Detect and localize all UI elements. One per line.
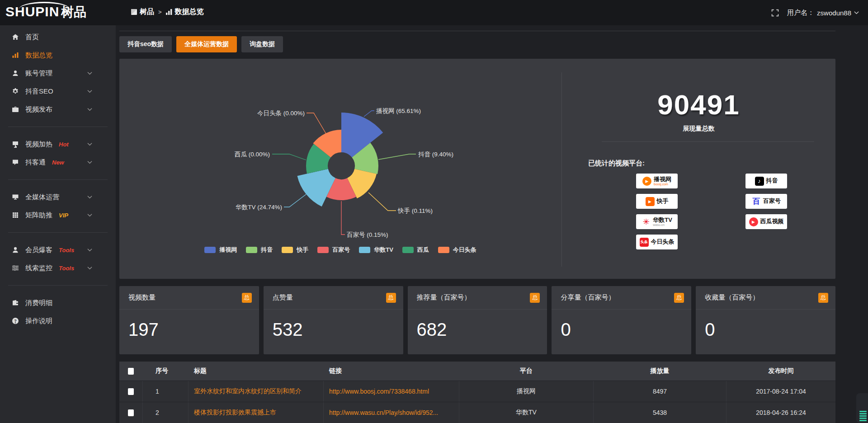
- table-row: 1室外水纹灯和室内水纹灯的区别和简介http://www.boosj.com/7…: [119, 381, 835, 402]
- legend-item-抖音[interactable]: 抖音: [246, 246, 273, 254]
- platform-subtext: boosj.com: [654, 183, 671, 186]
- data-tabs: 抖音seo数据全媒体运营数据询盘数据: [119, 36, 283, 52]
- tab-2[interactable]: 询盘数据: [241, 36, 283, 52]
- table-header-row: 序号标题链接平台播放量发布时间: [119, 362, 835, 381]
- svg-text:?: ?: [14, 319, 17, 323]
- platform-badge-wasu[interactable]: ✳华数TVwasu.cn: [636, 214, 678, 229]
- cell-title[interactable]: 室外水纹灯和室内水纹灯的区别和简介: [194, 387, 302, 395]
- legend-item-华数TV[interactable]: 华数TV: [359, 246, 393, 254]
- chevron-down-icon: [854, 11, 859, 14]
- sidebar-item-publish[interactable]: 视频发布: [0, 100, 116, 118]
- cell-link[interactable]: http://www.boosj.com/7338468.html: [329, 388, 429, 395]
- select-all-checkbox[interactable]: [128, 368, 134, 375]
- pie-leader-line: [341, 201, 345, 235]
- sidebar-item-sliders[interactable]: 线索监控Tools: [0, 259, 116, 277]
- tab-0[interactable]: 抖音seo数据: [119, 36, 172, 52]
- sidebar-divider: [8, 285, 108, 286]
- legend-label: 抖音: [261, 246, 273, 254]
- legend-item-西瓜[interactable]: 西瓜: [402, 246, 429, 254]
- breadcrumb-item-current[interactable]: 数据总览: [166, 7, 204, 17]
- member-icon: [12, 246, 19, 254]
- pie-leader-line: [378, 154, 416, 160]
- sidebar-item-label: 抖客通: [25, 158, 46, 167]
- stat-card-value: 0: [552, 310, 691, 340]
- legend-label: 百家号: [332, 246, 350, 254]
- platform-badge-toutiao[interactable]: 头条今日头条: [636, 235, 678, 249]
- screen-icon: [12, 141, 19, 148]
- breadcrumb: 树品 > 数据总览: [131, 7, 204, 17]
- total-badge[interactable]: 总: [674, 293, 684, 303]
- platform-badge-boosj[interactable]: ▶播视网boosj.com: [636, 174, 678, 188]
- stat-card-value: 197: [119, 310, 259, 340]
- fullscreen-icon[interactable]: [771, 9, 779, 17]
- total-badge[interactable]: 总: [818, 293, 828, 303]
- summary-region: 90491 展现量总数 已统计的视频平台: ▶播视网boosj.com♪抖音▶快…: [562, 59, 835, 279]
- total-badge[interactable]: 总: [386, 293, 396, 303]
- tab-1[interactable]: 全媒体运营数据: [176, 36, 237, 52]
- platform-name: 百家号: [763, 198, 781, 204]
- app-logo: SHUPIN树品: [5, 4, 109, 23]
- legend-swatch: [402, 247, 414, 253]
- stat-card-2: 推荐量（百家号）总682: [408, 286, 547, 354]
- sidebar-item-label: 消费明细: [25, 299, 52, 307]
- total-badge[interactable]: 总: [242, 293, 252, 303]
- pie-slice-华数TV[interactable]: [297, 169, 335, 207]
- pie-label-快手: 快手 (0.11%): [397, 207, 433, 214]
- chevron-down-icon: [87, 266, 92, 270]
- cell-time: 2018-04-26 16:24: [756, 409, 806, 416]
- legend-label: 播视网: [219, 246, 237, 254]
- chat-icon: [12, 159, 19, 166]
- breadcrumb-label: 树品: [140, 7, 154, 17]
- stat-card-label: 点赞量: [273, 293, 293, 302]
- sidebar-item-member[interactable]: 会员爆客Tools: [0, 241, 116, 259]
- pie-leader-line: [364, 111, 374, 117]
- total-impressions-label: 展现量总数: [562, 125, 835, 133]
- total-badge[interactable]: 总: [530, 293, 540, 303]
- sidebar-item-wallet[interactable]: 消费明细: [0, 294, 116, 312]
- sidebar-item-home[interactable]: 首页: [0, 28, 116, 46]
- legend-swatch: [438, 247, 449, 253]
- sliders-icon: [12, 264, 19, 272]
- user-menu[interactable]: 用户名：zswodun88: [787, 9, 859, 17]
- legend-swatch: [204, 247, 216, 253]
- platform-name: 播视网boosj.com: [654, 176, 671, 186]
- legend-item-快手[interactable]: 快手: [282, 246, 308, 254]
- support-widget[interactable]: [856, 393, 868, 423]
- legend-swatch: [317, 247, 329, 253]
- sidebar-item-user[interactable]: 账号管理: [0, 64, 116, 82]
- sidebar-item-label: 账号管理: [25, 69, 52, 78]
- sidebar-item-chart[interactable]: 数据总览: [0, 46, 116, 64]
- legend-item-百家号[interactable]: 百家号: [317, 246, 350, 254]
- chevron-down-icon: [87, 248, 92, 252]
- sidebar-item-help[interactable]: ?操作说明: [0, 312, 116, 330]
- cell-views: 5438: [653, 409, 667, 416]
- cell-title[interactable]: 楼体投影灯投影效果震撼上市: [194, 409, 276, 417]
- cell-time: 2017-08-24 17:04: [756, 388, 806, 395]
- table-row: 2楼体投影灯投影效果震撼上市http://www.wasu.cn/Play/sh…: [119, 402, 835, 423]
- platform-badge-kuaishou[interactable]: ▶快手: [636, 194, 678, 209]
- legend-label: 快手: [297, 246, 308, 254]
- platform-badge-baijiahao[interactable]: 百百家号: [745, 194, 787, 209]
- platform-badge-xigua[interactable]: ▶西瓜视频: [745, 214, 787, 229]
- row-checkbox[interactable]: [128, 388, 134, 395]
- platform-badge-douyin[interactable]: ♪抖音: [745, 174, 787, 188]
- chevron-down-icon: [87, 213, 92, 217]
- legend-swatch: [246, 247, 257, 253]
- sidebar-item-label: 抖音SEO: [25, 87, 53, 96]
- top-header: SHUPIN树品 树品 > 数据总览 用户名：zswodun88: [0, 0, 868, 25]
- sidebar-item-monitor[interactable]: 全媒体运营: [0, 188, 116, 206]
- sidebar-item-grid[interactable]: 矩阵助推VIP: [0, 206, 116, 224]
- sidebar-item-label: 视频加热: [25, 140, 52, 149]
- sidebar-item-chat[interactable]: 抖客通New: [0, 153, 116, 171]
- column-header-2: 链接: [324, 362, 459, 381]
- cell-link[interactable]: http://www.wasu.cn/Play/show/id/952...: [329, 409, 438, 416]
- row-checkbox[interactable]: [128, 409, 134, 416]
- help-icon: ?: [12, 317, 19, 324]
- legend-item-播视网[interactable]: 播视网: [204, 246, 237, 254]
- legend-item-今日头条[interactable]: 今日头条: [438, 246, 476, 254]
- sidebar-item-screen[interactable]: 视频加热Hot: [0, 135, 116, 153]
- breadcrumb-item-home[interactable]: 树品: [131, 7, 154, 17]
- column-header-1: 标题: [189, 362, 324, 381]
- sidebar-item-label: 首页: [25, 33, 39, 42]
- sidebar-item-gear[interactable]: 抖音SEO: [0, 82, 116, 100]
